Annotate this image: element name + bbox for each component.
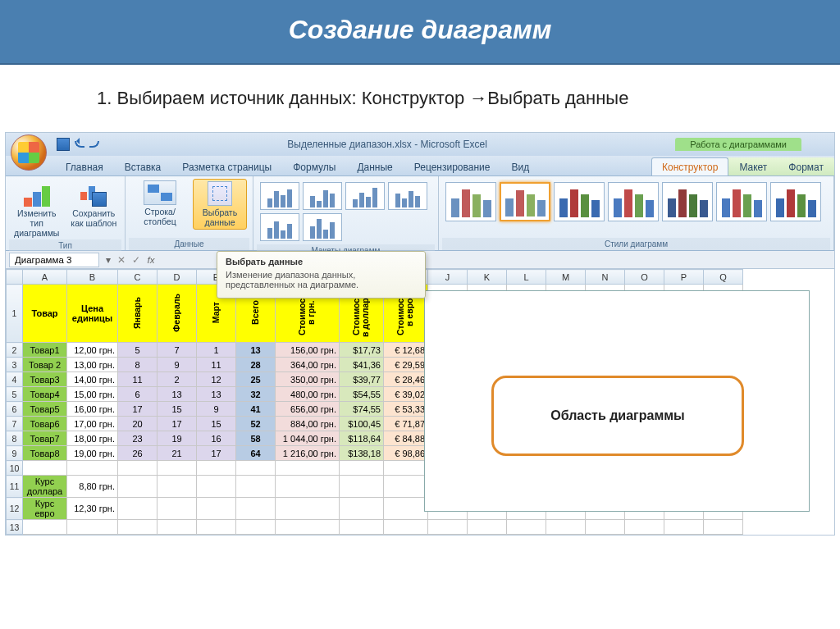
cell[interactable]: $41,36: [340, 358, 384, 372]
cell[interactable]: Цена единицы: [67, 285, 118, 343]
cell[interactable]: 25: [236, 372, 276, 387]
tab-home[interactable]: Главная: [55, 157, 114, 175]
cell[interactable]: [704, 520, 743, 535]
cell[interactable]: [118, 461, 158, 476]
tab-insert[interactable]: Вставка: [114, 157, 172, 175]
chart-layouts-gallery[interactable]: [257, 179, 436, 244]
cell[interactable]: $39,77: [340, 372, 384, 387]
chart-styles-gallery[interactable]: [442, 179, 830, 238]
cell[interactable]: [625, 520, 664, 535]
cell[interactable]: [118, 520, 158, 535]
tab-page-layout[interactable]: Разметка страницы: [171, 157, 282, 175]
cell[interactable]: [664, 520, 704, 535]
cell[interactable]: € 53,33: [384, 402, 428, 417]
cell[interactable]: 1 216,00 грн.: [276, 446, 340, 461]
row-header[interactable]: 3: [7, 358, 23, 372]
undo-icon[interactable]: [75, 141, 84, 148]
tab-formulas[interactable]: Формулы: [282, 157, 346, 175]
cell[interactable]: 1: [197, 343, 236, 358]
tab-view[interactable]: Вид: [500, 157, 540, 175]
cell[interactable]: 15: [158, 402, 197, 417]
cell[interactable]: [340, 520, 384, 535]
fx-icon[interactable]: fx: [144, 255, 158, 265]
cell[interactable]: [158, 498, 197, 520]
cell[interactable]: 1 044,00 грн.: [276, 431, 340, 446]
cell[interactable]: [276, 498, 340, 520]
cell[interactable]: 17: [197, 446, 236, 461]
cell[interactable]: 52: [236, 417, 276, 431]
row-header[interactable]: 11: [7, 476, 23, 498]
namebox-dropdown-icon[interactable]: ▾: [103, 254, 114, 266]
tab-review[interactable]: Рецензирование: [404, 157, 501, 175]
name-box[interactable]: Диаграмма 3: [9, 253, 99, 267]
col-header[interactable]: L: [507, 270, 546, 285]
row-header[interactable]: 10: [7, 461, 23, 476]
cell[interactable]: 19,00 грн.: [67, 446, 118, 461]
cell[interactable]: 11: [118, 372, 158, 387]
col-header[interactable]: Q: [704, 270, 743, 285]
cell[interactable]: 884,00 грн.: [276, 417, 340, 431]
redo-icon[interactable]: [89, 141, 99, 148]
cell[interactable]: 12: [197, 372, 236, 387]
cell[interactable]: [197, 461, 236, 476]
cell[interactable]: 5: [118, 343, 158, 358]
cell[interactable]: $74,55: [340, 402, 384, 417]
cell[interactable]: [276, 476, 340, 498]
cell[interactable]: 364,00 грн.: [276, 358, 340, 372]
cell[interactable]: € 98,86: [384, 446, 428, 461]
col-header[interactable]: M: [546, 270, 586, 285]
cell[interactable]: 15,00 грн.: [67, 387, 118, 402]
layout-thumb[interactable]: [303, 182, 342, 210]
layout-thumb[interactable]: [345, 182, 385, 210]
cell[interactable]: [197, 498, 236, 520]
cell[interactable]: $118,64: [340, 431, 384, 446]
cell[interactable]: 13: [236, 343, 276, 358]
cell[interactable]: 21: [158, 446, 197, 461]
cell[interactable]: € 28,46: [384, 372, 428, 387]
cell[interactable]: 6: [118, 387, 158, 402]
col-header[interactable]: J: [428, 270, 468, 285]
col-header[interactable]: N: [586, 270, 625, 285]
cell[interactable]: 17: [158, 417, 197, 431]
cell[interactable]: 12,30 грн.: [67, 498, 118, 520]
cell[interactable]: [468, 520, 507, 535]
cell[interactable]: [507, 520, 546, 535]
cell[interactable]: [384, 520, 428, 535]
cell[interactable]: [158, 520, 197, 535]
cell[interactable]: 16: [197, 431, 236, 446]
cell[interactable]: $100,45: [340, 417, 384, 431]
enter-icon[interactable]: ✓: [129, 254, 144, 266]
cell[interactable]: [340, 476, 384, 498]
cell[interactable]: Товар8: [23, 446, 67, 461]
cell[interactable]: [340, 461, 384, 476]
cell[interactable]: 8,80 грн.: [67, 476, 118, 498]
style-thumb[interactable]: [500, 182, 550, 221]
cell[interactable]: 13: [197, 387, 236, 402]
cell[interactable]: 18,00 грн.: [67, 431, 118, 446]
cell[interactable]: [118, 476, 158, 498]
layout-thumb[interactable]: [303, 213, 342, 241]
cell[interactable]: [384, 498, 428, 520]
cell[interactable]: Товар3: [23, 372, 67, 387]
cell[interactable]: 156,00 грн.: [276, 343, 340, 358]
cell[interactable]: 7: [158, 343, 197, 358]
col-header[interactable]: P: [664, 270, 704, 285]
row-header[interactable]: 4: [7, 372, 23, 387]
layout-thumb[interactable]: [260, 213, 299, 241]
style-thumb[interactable]: [662, 182, 713, 221]
row-header[interactable]: 1: [7, 285, 23, 343]
cell[interactable]: 9: [197, 402, 236, 417]
cell[interactable]: [23, 520, 67, 535]
cell[interactable]: 32: [236, 387, 276, 402]
cell[interactable]: [276, 461, 340, 476]
cell[interactable]: [384, 476, 428, 498]
row-header[interactable]: 9: [7, 446, 23, 461]
cell[interactable]: 28: [236, 358, 276, 372]
cell[interactable]: 17: [118, 402, 158, 417]
save-icon[interactable]: [57, 138, 70, 151]
switch-row-col-button[interactable]: Строка/столбец: [129, 179, 191, 228]
cell[interactable]: Товар4: [23, 387, 67, 402]
cell[interactable]: Январь: [118, 285, 158, 343]
cell[interactable]: Товар7: [23, 431, 67, 446]
row-header[interactable]: 6: [7, 402, 23, 417]
